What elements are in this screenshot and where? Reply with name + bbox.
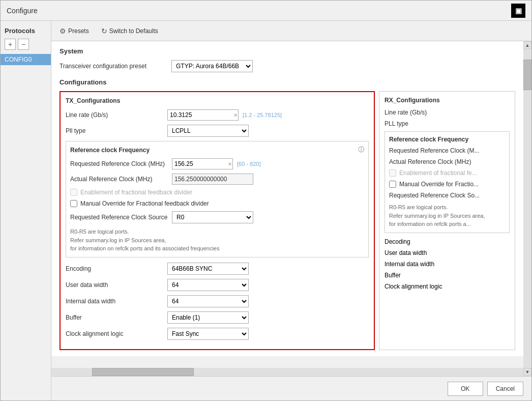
gear-icon: ⚙ — [60, 27, 66, 35]
line-rate-range: [1.2 - 25.78125] — [243, 112, 282, 118]
remove-config-button[interactable]: − — [18, 39, 29, 50]
internal-data-width-label: Internal data width — [66, 298, 167, 305]
sidebar-header: Protocols — [1, 25, 51, 39]
rx-pll-type-label: PLL type — [385, 120, 408, 127]
user-data-width-select[interactable]: 64 32 16 — [167, 279, 249, 291]
rx-manual-label: Manual Override for Fractio... — [399, 181, 479, 188]
pll-type-select[interactable]: LCPLL RPLL — [167, 125, 249, 137]
rx-buffer-label: Buffer — [385, 272, 401, 279]
encoding-label: Encoding — [66, 265, 167, 272]
cancel-button[interactable]: Cancel — [487, 382, 523, 396]
footer: OK Cancel — [51, 376, 531, 400]
rx-decoding-label: Decoding — [385, 238, 410, 245]
vertical-scrollbar[interactable]: ▲ ▼ — [523, 41, 531, 376]
actual-ref-clock-display — [172, 174, 253, 185]
tx-configurations-panel: TX_Configurations Line rate (Gb/s) ✕ — [60, 91, 375, 350]
rx-actual-label: Actual Reference Clock (MHz) — [389, 158, 505, 165]
source-select[interactable]: R0 R1 R2 R3 R4 R5 — [172, 211, 253, 223]
line-rate-input[interactable] — [167, 109, 239, 121]
app-logo-icon: ▣ — [511, 4, 525, 18]
req-ref-clock-range: [60 - 820] — [237, 161, 260, 167]
rx-req-label: Requested Reference Clock (M... — [389, 147, 505, 154]
line-rate-clear-button[interactable]: ✕ — [233, 112, 238, 118]
source-label: Requested Reference Clock Source — [70, 214, 172, 221]
rx-clock-alignment-label: Clock alignment logic — [385, 283, 442, 290]
transceiver-label: Transceiver configuration preset — [60, 63, 171, 70]
buffer-label: Buffer — [66, 314, 167, 321]
actual-ref-clock-label: Actual Reference Clock (MHz) — [70, 176, 172, 183]
configurations-title: Configurations — [60, 78, 515, 86]
toolbar: ⚙ Presets ↻ Switch to Defaults — [51, 21, 531, 41]
encoding-select[interactable]: 64B66B SYNC 64B66B ASYNC 8B10B — [167, 263, 249, 275]
scroll-down-arrow[interactable]: ▼ — [523, 368, 531, 376]
req-ref-clock-input[interactable] — [172, 158, 233, 169]
line-rate-label: Line rate (Gb/s) — [66, 111, 167, 119]
rx-panel-title: RX_Configurations — [385, 97, 510, 104]
internal-data-width-select[interactable]: 64 32 — [167, 295, 249, 307]
ref-clock-title-text: Reference clock Frequency — [70, 147, 150, 154]
clock-alignment-select[interactable]: Fast Sync Disable — [167, 328, 249, 340]
add-config-button[interactable]: + — [5, 39, 16, 50]
v-scroll-thumb[interactable] — [523, 60, 531, 90]
content-area: System Transceiver configuration preset … — [51, 41, 523, 356]
ref-clock-info-icon[interactable]: ⓘ — [358, 146, 364, 154]
rx-fractional-label: Enablement of fractional fe... — [399, 169, 477, 177]
window-title: Configure — [7, 7, 38, 15]
sidebar-item-config0[interactable]: CONFIG0 — [1, 54, 51, 65]
h-scroll-thumb[interactable] — [92, 368, 194, 376]
switch-defaults-button[interactable]: ↻ Switch to Defaults — [99, 26, 160, 36]
scroll-up-arrow[interactable]: ▲ — [523, 41, 531, 49]
rx-ref-clock-title: Reference clock Frequency — [389, 136, 468, 143]
rx-source-label: Requested Reference Clock So... — [389, 192, 505, 199]
presets-button[interactable]: ⚙ Presets — [57, 26, 91, 36]
rx-user-data-width-label: User data width — [385, 249, 427, 256]
manual-override-checkbox[interactable] — [70, 200, 77, 207]
rx-line-rate-label: Line rate (Gb/s) — [385, 109, 427, 116]
buffer-select[interactable]: Enable (1) Enable (2) Disable — [167, 311, 249, 324]
manual-override-label: Manual Override for Fractional feedback … — [80, 200, 209, 207]
refresh-icon: ↻ — [101, 27, 107, 35]
user-data-width-label: User data width — [66, 281, 167, 289]
req-ref-clock-clear-button[interactable]: ✕ — [228, 161, 232, 167]
clock-alignment-label: Clock alignment logic — [66, 330, 167, 337]
ref-clock-note: R0-R5 are logical ports. Refer summary.l… — [70, 227, 364, 253]
tx-panel-title: TX_Configurations — [66, 97, 369, 104]
rx-manual-checkbox[interactable] — [389, 181, 396, 188]
rx-fractional-checkbox[interactable] — [389, 169, 396, 177]
ref-clock-section: Reference clock Frequency ⓘ Requested Re… — [66, 141, 369, 257]
req-ref-clock-label: Requested Reference Clock (MHz) — [70, 160, 172, 167]
pll-type-label: Pll type — [66, 127, 167, 134]
transceiver-select[interactable]: GTYP: Aurora 64B/66B — [171, 60, 253, 72]
system-title: System — [60, 47, 515, 55]
rx-configurations-panel: RX_Configurations Line rate (Gb/s) PLL t… — [379, 91, 515, 350]
fractional-checkbox[interactable] — [70, 189, 77, 196]
fractional-label: Enablement of fractional feedback divide… — [80, 189, 192, 196]
ok-button[interactable]: OK — [448, 382, 483, 396]
rx-internal-data-width-label: Internal data width — [385, 261, 434, 268]
rx-note: R0-R5 are logical ports. Refer summary.l… — [389, 203, 505, 228]
horizontal-scrollbar[interactable] — [51, 368, 523, 376]
